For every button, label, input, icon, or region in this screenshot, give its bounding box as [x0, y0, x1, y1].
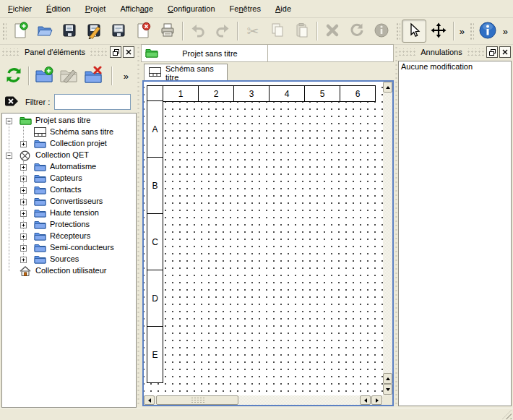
clear-filter-button[interactable]: [4, 95, 20, 108]
panel-overflow-button[interactable]: »: [121, 71, 132, 82]
tree-item[interactable]: Automatisme: [2, 161, 136, 173]
delete-button[interactable]: [320, 20, 345, 43]
print-button[interactable]: [155, 20, 180, 43]
tree-expander[interactable]: [20, 244, 27, 251]
menu-edition[interactable]: Édition: [40, 2, 77, 15]
dock-grip: [398, 48, 416, 56]
new-category-button[interactable]: [32, 64, 56, 88]
toolbar-overflow-button[interactable]: »: [500, 26, 511, 37]
toolbar-handle[interactable]: [469, 22, 474, 40]
tree-expander[interactable]: [20, 163, 27, 170]
close-icon: [126, 49, 132, 55]
project-folder-icon: [145, 48, 158, 59]
tree-expander[interactable]: [20, 210, 27, 216]
tree-expander[interactable]: [20, 221, 27, 228]
scroll-right-button[interactable]: [371, 395, 382, 405]
scroll-up-button[interactable]: [383, 82, 392, 93]
undo-history-list[interactable]: Aucune modification: [398, 61, 512, 406]
tree-expander[interactable]: [20, 233, 27, 239]
column-header: 3: [233, 85, 270, 102]
scroll-left-button[interactable]: [144, 395, 155, 405]
tree-expander[interactable]: [20, 175, 27, 181]
close-panel-button[interactable]: [499, 46, 511, 58]
main-toolbar: ✂ » »: [0, 18, 513, 45]
cut-button[interactable]: ✂: [241, 20, 265, 43]
toolbar-separator: [453, 22, 454, 40]
splitter-left[interactable]: [137, 46, 140, 406]
save-all-button[interactable]: [106, 20, 131, 43]
diagram-canvas[interactable]: 123456 ABCDE: [144, 82, 383, 395]
undo-button[interactable]: [186, 20, 210, 43]
vertical-scrollbar[interactable]: [383, 82, 392, 395]
tree-expander[interactable]: [6, 152, 12, 158]
tree-item[interactable]: Capteurs: [2, 173, 136, 184]
toolbar-handle[interactable]: [395, 22, 400, 40]
menu-configuration[interactable]: Configuration: [161, 2, 221, 15]
tree-item[interactable]: Collection QET: [2, 150, 136, 161]
menu-affichage[interactable]: Affichage: [113, 2, 160, 15]
tree-item[interactable]: Collection projet: [2, 138, 136, 150]
menu-fenetres[interactable]: Fenêtres: [223, 2, 267, 15]
tree-item[interactable]: Contacts: [2, 184, 136, 196]
undo-panel-title: Annulations: [416, 48, 467, 56]
tree-expander[interactable]: [20, 256, 27, 262]
edit-category-button[interactable]: [56, 64, 81, 88]
select-mode-button[interactable]: [402, 20, 426, 43]
scroll-left-button[interactable]: [360, 395, 371, 405]
save-as-button[interactable]: [82, 20, 106, 43]
save-all-icon: [110, 22, 127, 40]
undo-list-item[interactable]: Aucune modification: [399, 61, 511, 73]
paste-button[interactable]: [290, 20, 314, 43]
resize-grip[interactable]: [502, 410, 512, 419]
new-project-button[interactable]: [8, 20, 33, 43]
undo-panel-titlebar[interactable]: Annulations: [398, 46, 512, 59]
tree-item-label: Semi-conducteurs: [50, 243, 114, 252]
copy-button[interactable]: [265, 20, 290, 43]
tree-item[interactable]: Sources: [2, 254, 136, 265]
delete-category-icon: [84, 66, 103, 86]
tree-item[interactable]: Projet sans titre: [2, 115, 136, 127]
tree-expander[interactable]: [20, 187, 27, 193]
menu-aide[interactable]: Aide: [269, 2, 298, 15]
float-panel-button[interactable]: [110, 46, 121, 58]
tree-expander[interactable]: [20, 198, 27, 205]
tree-item[interactable]: Convertisseurs: [2, 196, 136, 207]
folder-blue-icon: [34, 243, 46, 253]
tree-item[interactable]: Collection utilisateur: [2, 265, 136, 277]
info-gray-button[interactable]: [369, 20, 394, 43]
filter-input[interactable]: [54, 94, 131, 110]
tree-expander[interactable]: [6, 117, 12, 124]
toolbar-separator: [111, 67, 113, 85]
print-icon: [159, 22, 176, 40]
toolbar-handle[interactable]: [1, 22, 7, 40]
delete-category-button[interactable]: [81, 64, 105, 88]
float-panel-button[interactable]: [486, 46, 498, 58]
open-project-button[interactable]: [33, 20, 57, 43]
menu-fichier[interactable]: Fichier: [1, 2, 38, 15]
scrollbar-thumb[interactable]: [156, 395, 238, 405]
close-project-button[interactable]: [131, 20, 155, 43]
about-info-button[interactable]: [475, 20, 500, 43]
elements-panel-titlebar[interactable]: Panel d'éléments: [1, 46, 136, 59]
tree-item[interactable]: Semi-conducteurs: [2, 242, 136, 254]
reload-collections-button[interactable]: [1, 64, 26, 88]
redo-button[interactable]: [210, 20, 235, 43]
tree-item[interactable]: Récepteurs: [2, 231, 136, 242]
tab-schema[interactable]: Schéma sans titre: [144, 64, 228, 81]
tree-item[interactable]: Schéma sans titre: [2, 127, 136, 138]
menu-projet[interactable]: Projet: [79, 2, 113, 15]
elements-tree[interactable]: Projet sans titreSchéma sans titreCollec…: [1, 113, 137, 408]
tree-item[interactable]: Haute tension: [2, 207, 136, 219]
tree-expander[interactable]: [20, 140, 27, 147]
toolbar-overflow-button[interactable]: »: [457, 26, 467, 37]
scroll-down-button[interactable]: [383, 384, 392, 395]
tab-project[interactable]: Projet sans titre: [142, 45, 268, 61]
move-mode-button[interactable]: [426, 20, 451, 43]
tree-item[interactable]: Protections: [2, 219, 136, 231]
scroll-up-button[interactable]: [383, 373, 392, 384]
rotate-button[interactable]: [345, 20, 369, 43]
horizontal-scrollbar[interactable]: [144, 395, 383, 405]
tree-item-label: Projet sans titre: [35, 116, 90, 124]
save-button[interactable]: [57, 20, 82, 43]
close-panel-button[interactable]: [123, 46, 134, 58]
